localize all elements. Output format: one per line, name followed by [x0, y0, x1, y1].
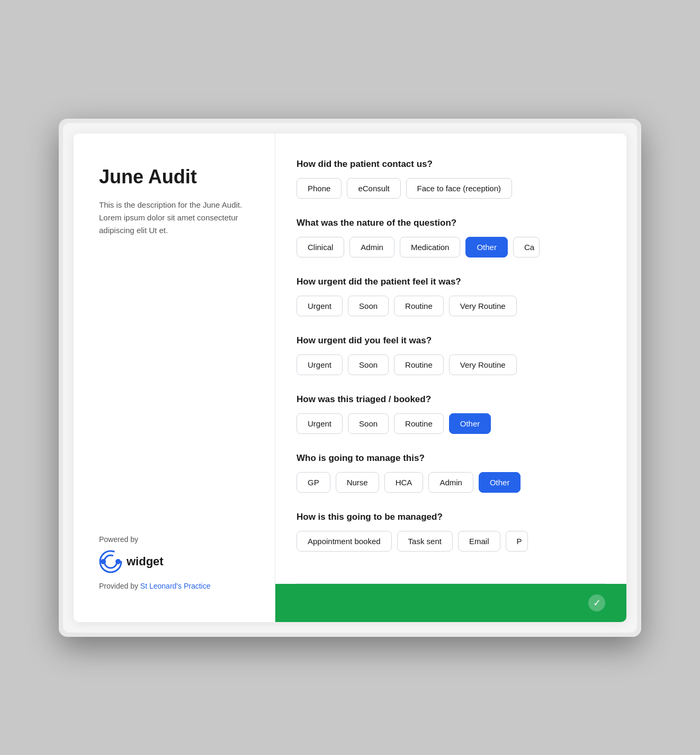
- option-soon-q4[interactable]: Soon: [348, 354, 389, 375]
- option-overflow-q2[interactable]: Ca: [513, 237, 540, 257]
- option-routine-q3[interactable]: Routine: [394, 296, 444, 316]
- option-email[interactable]: Email: [458, 531, 500, 552]
- question-block-q3: How urgent did the patient feel it was? …: [297, 277, 605, 316]
- option-other-q5[interactable]: Other: [449, 413, 491, 434]
- question-label-q6: Who is going to manage this?: [297, 453, 605, 464]
- options-row-q4: Urgent Soon Routine Very Routine: [297, 354, 605, 375]
- option-econsult[interactable]: eConsult: [347, 178, 400, 199]
- question-block-q2: What was the nature of the question? Cli…: [297, 218, 605, 257]
- svg-point-1: [104, 555, 117, 568]
- options-row-q1: Phone eConsult Face to face (reception): [297, 178, 605, 199]
- logo-text: widget: [127, 555, 164, 569]
- question-block-q7: How is this going to be managed? Appoint…: [297, 512, 605, 552]
- question-block-q5: How was this triaged / booked? Urgent So…: [297, 394, 605, 434]
- option-appointment-booked[interactable]: Appointment booked: [297, 531, 392, 552]
- options-row-q3: Urgent Soon Routine Very Routine: [297, 296, 605, 316]
- option-admin-q6[interactable]: Admin: [428, 472, 473, 493]
- question-block-q1: How did the patient contact us? Phone eC…: [297, 159, 605, 199]
- option-hca[interactable]: HCA: [384, 472, 424, 493]
- option-urgent-q4[interactable]: Urgent: [297, 354, 343, 375]
- options-row-q5: Urgent Soon Routine Other: [297, 413, 605, 434]
- question-label-q5: How was this triaged / booked?: [297, 394, 605, 405]
- option-phone[interactable]: Phone: [297, 178, 342, 199]
- submit-bar[interactable]: ✓: [275, 584, 626, 622]
- page-container: June Audit This is the description for t…: [74, 134, 626, 622]
- option-routine-q5[interactable]: Routine: [394, 413, 444, 434]
- powered-by-section: Powered by widget Provided by: [99, 514, 249, 590]
- browser-inner: June Audit This is the description for t…: [63, 123, 637, 633]
- submit-check-icon: ✓: [588, 594, 605, 611]
- options-row-q7: Appointment booked Task sent Email P: [297, 531, 605, 552]
- svg-point-3: [115, 559, 121, 564]
- question-label-q1: How did the patient contact us?: [297, 159, 605, 170]
- audit-description: This is the description for the June Aud…: [99, 199, 249, 237]
- question-label-q2: What was the nature of the question?: [297, 218, 605, 228]
- option-very-routine-q3[interactable]: Very Routine: [449, 296, 517, 316]
- question-block-q4: How urgent did you feel it was? Urgent S…: [297, 335, 605, 375]
- left-panel: June Audit This is the description for t…: [74, 134, 275, 622]
- options-row-q2: Clinical Admin Medication Other Ca: [297, 237, 605, 257]
- options-row-q6: GP Nurse HCA Admin Other: [297, 472, 605, 493]
- option-gp[interactable]: GP: [297, 472, 330, 493]
- option-very-routine-q4[interactable]: Very Routine: [449, 354, 517, 375]
- option-other-q2[interactable]: Other: [465, 237, 508, 257]
- question-label-q4: How urgent did you feel it was?: [297, 335, 605, 346]
- svg-point-2: [101, 559, 106, 564]
- question-label-q3: How urgent did the patient feel it was?: [297, 277, 605, 287]
- option-routine-q4[interactable]: Routine: [394, 354, 444, 375]
- questions-area: How did the patient contact us? Phone eC…: [275, 134, 626, 583]
- option-clinical[interactable]: Clinical: [297, 237, 344, 257]
- option-face-to-face[interactable]: Face to face (reception): [406, 178, 512, 199]
- question-label-q7: How is this going to be managed?: [297, 512, 605, 522]
- question-block-q6: Who is going to manage this? GP Nurse HC…: [297, 453, 605, 493]
- left-content: June Audit This is the description for t…: [99, 165, 249, 237]
- option-urgent-q5[interactable]: Urgent: [297, 413, 343, 434]
- option-soon-q3[interactable]: Soon: [348, 296, 389, 316]
- option-task-sent[interactable]: Task sent: [397, 531, 453, 552]
- right-panel: How did the patient contact us? Phone eC…: [275, 134, 626, 622]
- gpwidget-logo-icon: [99, 550, 122, 573]
- practice-link[interactable]: St Leonard's Practice: [140, 582, 211, 590]
- checkmark-icon: ✓: [593, 597, 601, 609]
- browser-frame: June Audit This is the description for t…: [59, 119, 641, 637]
- provided-by: Provided by St Leonard's Practice: [99, 582, 249, 590]
- option-admin[interactable]: Admin: [349, 237, 394, 257]
- option-other-q6[interactable]: Other: [479, 472, 521, 493]
- powered-by-label: Powered by: [99, 535, 249, 544]
- logo-container: widget: [99, 550, 249, 573]
- audit-title: June Audit: [99, 165, 249, 188]
- provided-by-static-label: Provided by: [99, 582, 138, 590]
- option-overflow-q7[interactable]: P: [506, 531, 528, 552]
- option-urgent-q3[interactable]: Urgent: [297, 296, 343, 316]
- option-nurse[interactable]: Nurse: [336, 472, 379, 493]
- option-medication[interactable]: Medication: [400, 237, 461, 257]
- option-soon-q5[interactable]: Soon: [348, 413, 389, 434]
